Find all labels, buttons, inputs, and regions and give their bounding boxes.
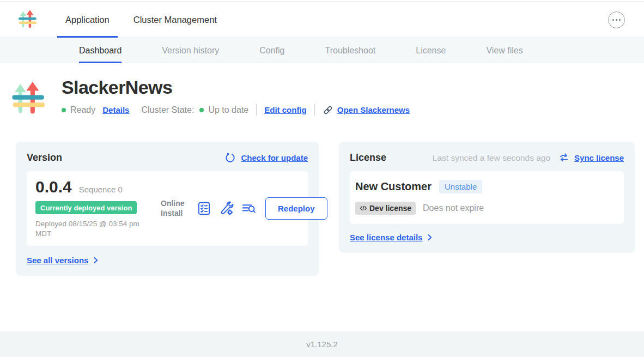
license-card: License Last synced a few seconds ago Sy…: [339, 142, 635, 253]
details-link[interactable]: Details: [102, 105, 129, 114]
dashboard-main: SlackerNews Ready Details Cluster State:…: [0, 63, 644, 331]
tab-cluster-management[interactable]: Cluster Management: [125, 2, 225, 38]
chevron-right-icon: [426, 233, 434, 241]
ellipsis-icon: [612, 19, 615, 21]
divider: [314, 104, 315, 116]
app-status-label: Ready: [70, 105, 95, 115]
subnav-config[interactable]: Config: [259, 38, 284, 63]
cluster-state-label: Cluster State:: [141, 105, 194, 115]
app-header: SlackerNews Ready Details Cluster State:…: [9, 76, 644, 120]
config-tools-icon[interactable]: [219, 201, 234, 216]
customer-name: New Customer: [355, 180, 432, 193]
subnav-dashboard[interactable]: Dashboard: [79, 38, 121, 63]
sync-license-link[interactable]: Sync license: [574, 153, 624, 162]
cluster-state-dot-icon: [199, 108, 204, 112]
subnav-version-history[interactable]: Version history: [162, 38, 219, 63]
check-for-update-link[interactable]: Check for update: [241, 153, 308, 162]
see-all-versions-link[interactable]: See all versions: [27, 256, 100, 265]
app-status-dot-icon: [62, 108, 66, 112]
last-synced-label: Last synced a few seconds ago: [433, 153, 550, 163]
license-card-title: License: [350, 152, 386, 164]
deployed-timestamp: Deployed 08/15/25 @ 03:54 pm MDT: [35, 219, 150, 239]
license-summary-panel: New Customer Unstable Dev license: [350, 171, 624, 224]
page-title: SlackerNews: [62, 77, 410, 98]
open-app-link[interactable]: Open Slackernews: [323, 105, 410, 116]
app-subnav: Dashboard Version history Config Trouble…: [0, 38, 644, 63]
app-logo-icon: [17, 9, 38, 32]
overflow-menu-button[interactable]: [608, 11, 625, 28]
deployed-badge: Currently deployed version: [35, 201, 137, 214]
channel-badge: Unstable: [439, 180, 482, 193]
subnav-troubleshoot[interactable]: Troubleshoot: [325, 38, 375, 63]
see-license-details-link[interactable]: See license details: [350, 233, 434, 242]
slackernews-logo-icon: [9, 76, 46, 120]
console-footer: v1.125.2: [0, 331, 644, 357]
sequence-label: Sequence 0: [79, 185, 123, 194]
view-logs-icon[interactable]: [241, 201, 256, 216]
redeploy-button[interactable]: Redeploy: [265, 197, 327, 220]
license-type-badge: Dev license: [355, 202, 416, 215]
app-status-row: Ready Details Cluster State: Up to date …: [62, 104, 410, 116]
top-navbar: Application Cluster Management: [0, 2, 644, 38]
license-expiry: Does not expire: [423, 203, 484, 213]
chevron-right-icon: [92, 256, 100, 264]
refresh-icon: [224, 152, 236, 164]
version-card: Version Check for update 0.0.4 Sequ: [16, 142, 319, 276]
console-version: v1.125.2: [306, 340, 338, 349]
divider: [256, 104, 257, 116]
current-version-panel: 0.0.4 Sequence 0 Currently deployed vers…: [27, 171, 308, 246]
version-card-title: Version: [27, 152, 62, 164]
cluster-state-value: Up to date: [208, 105, 248, 115]
code-icon: [360, 205, 367, 211]
edit-config-link[interactable]: Edit config: [264, 105, 307, 114]
subnav-license[interactable]: License: [416, 38, 446, 63]
version-number: 0.0.4: [35, 178, 72, 196]
subnav-view-files[interactable]: View files: [486, 38, 523, 63]
sync-icon: [558, 153, 569, 164]
link-chain-icon: [323, 105, 333, 116]
preflight-checks-icon[interactable]: [197, 201, 211, 216]
install-type-label: Online Install: [161, 198, 189, 218]
tab-application[interactable]: Application: [57, 2, 118, 38]
